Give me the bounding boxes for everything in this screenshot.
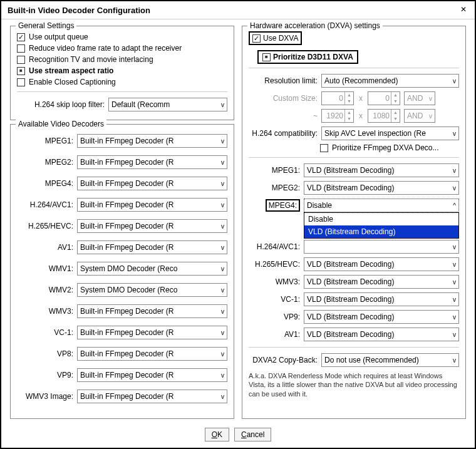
spinner-arrows-icon[interactable]: ▲▼ bbox=[391, 92, 400, 105]
codec-label: MPEG2: bbox=[17, 158, 73, 167]
divider bbox=[249, 68, 459, 68]
dxva-mpeg4-dropdown[interactable]: Disable ^ Disable VLD (Bitstream Decodin… bbox=[304, 199, 459, 212]
chevron-down-icon: v bbox=[221, 223, 224, 230]
codec-select[interactable]: Built-in FFmpeg Decoder (Rv bbox=[77, 177, 227, 190]
use-stream-aspect-row[interactable]: Use stream aspect ratio bbox=[17, 65, 227, 76]
codec-label: H.265/HEVC: bbox=[17, 222, 73, 230]
copyback-select[interactable]: Do not use (Recommended) v bbox=[321, 353, 459, 367]
codec-select[interactable]: VLD (Bitstream Decoding)v bbox=[304, 163, 459, 177]
custom-height-input[interactable]: 0 ▲▼ bbox=[368, 91, 400, 105]
codec-select[interactable]: VLD (Bitstream Decoding)v bbox=[304, 292, 459, 306]
codec-select[interactable]: Built-in FFmpeg Decoder (Rv bbox=[77, 368, 227, 382]
checkbox-filled-icon[interactable] bbox=[17, 67, 25, 75]
codec-value: Built-in FFmpeg Decoder (R bbox=[80, 200, 219, 209]
codec-select[interactable]: Built-in FFmpeg Decoder (Rv bbox=[77, 390, 227, 403]
spinner-arrows-icon[interactable]: ▲▼ bbox=[391, 110, 400, 122]
checkbox-empty-icon[interactable] bbox=[320, 144, 328, 152]
dxva-settings-group: Hardware acceleration (DXVA) settings Us… bbox=[242, 26, 466, 419]
skip-loop-select[interactable]: Default (Recomm v bbox=[108, 98, 227, 111]
codec-row: WMV3:VLD (Bitstream Decoding)v bbox=[249, 273, 459, 291]
codec-select[interactable]: Built-in FFmpeg Decoder (Rv bbox=[77, 240, 227, 254]
max-height-input[interactable]: 1080 ▲▼ bbox=[368, 109, 400, 123]
ok-button[interactable]: OK bbox=[205, 428, 229, 441]
codec-row: VC-1:Built-in FFmpeg Decoder (Rv bbox=[17, 324, 227, 341]
use-output-queue-row[interactable]: Use output queue bbox=[17, 31, 227, 43]
codec-select[interactable]: System DMO Decoder (Recov bbox=[77, 283, 227, 297]
max-height-value: 1080 bbox=[368, 111, 391, 120]
codec-select[interactable]: VLD (Bitstream Decoding)v bbox=[304, 275, 459, 289]
custom-width-input[interactable]: 0 ▲▼ bbox=[321, 91, 354, 105]
codec-select[interactable]: v bbox=[304, 240, 459, 254]
chevron-down-icon: v bbox=[221, 202, 224, 209]
divider bbox=[249, 347, 459, 348]
dxva-codec-list-top: MPEG1:VLD (Bitstream Decoding)vMPEG2:VLD… bbox=[249, 162, 459, 197]
chevron-down-icon: v bbox=[221, 159, 224, 166]
codec-label: MPEG1: bbox=[249, 166, 300, 175]
spinner-arrows-icon[interactable]: ▲▼ bbox=[344, 110, 353, 122]
codec-select[interactable]: Built-in FFmpeg Decoder (Rv bbox=[77, 219, 227, 233]
codec-label: AV1: bbox=[249, 330, 300, 339]
codec-row: VC-1:VLD (Bitstream Decoding)v bbox=[249, 291, 459, 308]
dxva-mpeg4-select[interactable]: Disable ^ bbox=[304, 199, 459, 212]
resolution-limit-select[interactable]: Auto (Recommended) v bbox=[321, 74, 459, 88]
codec-select[interactable]: Built-in FFmpeg Decoder (Rv bbox=[77, 347, 227, 361]
codec-select[interactable]: VLD (Bitstream Decoding)v bbox=[304, 310, 459, 324]
checkbox-empty-icon[interactable] bbox=[17, 78, 25, 86]
checkbox-empty-icon[interactable] bbox=[17, 44, 25, 53]
codec-value: Built-in FFmpeg Decoder (R bbox=[80, 222, 219, 230]
prioritize-ffmpeg-row[interactable]: Prioritize FFmpeg DXVA Deco... bbox=[249, 142, 459, 153]
codec-value: VLD (Bitstream Decoding) bbox=[307, 277, 450, 286]
h264-compat-label: H.264 compatibility: bbox=[249, 129, 318, 138]
codec-value: Built-in FFmpeg Decoder (R bbox=[80, 243, 219, 252]
divider bbox=[249, 157, 459, 158]
custom-op-select[interactable]: AND v bbox=[404, 91, 435, 105]
close-icon[interactable]: ✕ bbox=[458, 5, 468, 15]
codec-select[interactable]: VLD (Bitstream Decoding)v bbox=[304, 257, 459, 271]
dxva-legend: Hardware acceleration (DXVA) settings bbox=[247, 21, 383, 30]
max-width-input[interactable]: 1920 ▲▼ bbox=[321, 109, 354, 123]
checkbox-filled-icon[interactable] bbox=[262, 53, 271, 61]
use-dxva-highlight: Use DXVA bbox=[249, 31, 302, 45]
reduce-frame-rate-row[interactable]: Reduce video frame rate to adapt the rec… bbox=[17, 43, 227, 54]
window-title: Built-in Video Decoder Configuration bbox=[8, 6, 150, 15]
custom-width-value: 0 bbox=[322, 94, 344, 103]
custom-size-inputs: 0 ▲▼ x 0 ▲▼ AND v bbox=[321, 91, 435, 105]
enable-cc-label: Enable Closed Captioning bbox=[29, 78, 116, 86]
h264-compat-value: Skip AVC Level inspection (Re bbox=[324, 129, 450, 138]
chevron-down-icon: v bbox=[453, 261, 456, 268]
resolution-limit-row: Resolution limit: Auto (Recommended) v bbox=[249, 72, 459, 90]
codec-label: VP9: bbox=[17, 371, 73, 379]
codec-row: H.265/HEVC:VLD (Bitstream Decoding)v bbox=[249, 255, 459, 273]
dxva-mpeg4-label-boxed: MPEG4: bbox=[249, 201, 300, 210]
codec-select[interactable]: VLD (Bitstream Decoding)v bbox=[304, 181, 459, 195]
max-op-value: AND bbox=[407, 111, 427, 120]
checkbox-checked-icon[interactable] bbox=[252, 34, 261, 43]
codec-label: H.265/HEVC: bbox=[249, 260, 300, 269]
enable-cc-row[interactable]: Enable Closed Captioning bbox=[17, 76, 227, 88]
dropdown-option-disable[interactable]: Disable bbox=[304, 213, 458, 225]
max-op-select[interactable]: AND v bbox=[404, 109, 435, 123]
codec-value: Built-in FFmpeg Decoder (R bbox=[80, 349, 219, 358]
codec-select[interactable]: VLD (Bitstream Decoding)v bbox=[304, 328, 459, 341]
codec-select[interactable]: Built-in FFmpeg Decoder (Rv bbox=[77, 134, 227, 148]
h264-compat-select[interactable]: Skip AVC Level inspection (Re v bbox=[321, 126, 459, 140]
codec-label: H.264/AVC1: bbox=[249, 242, 300, 251]
chevron-down-icon: v bbox=[221, 351, 224, 358]
codec-label: H.264/AVC1: bbox=[17, 200, 73, 209]
codec-select[interactable]: Built-in FFmpeg Decoder (Rv bbox=[77, 326, 227, 339]
cancel-button[interactable]: Cancel bbox=[234, 428, 271, 441]
codec-label: MPEG1: bbox=[17, 137, 73, 145]
checkbox-empty-icon[interactable] bbox=[17, 56, 25, 64]
recognition-tv-row[interactable]: Recognition TV and movie interlacing bbox=[17, 54, 227, 65]
spinner-arrows-icon[interactable]: ▲▼ bbox=[344, 92, 353, 105]
h264-compat-row: H.264 compatibility: Skip AVC Level insp… bbox=[249, 125, 459, 142]
chevron-down-icon: v bbox=[453, 78, 456, 85]
dropdown-option-vld[interactable]: VLD (Bitstream Decoding) bbox=[304, 225, 458, 238]
codec-select[interactable]: Built-in FFmpeg Decoder (Rv bbox=[77, 155, 227, 169]
codec-select[interactable]: System DMO Decoder (Recov bbox=[77, 262, 227, 276]
checkbox-checked-icon[interactable] bbox=[17, 33, 25, 41]
custom-op-value: AND bbox=[407, 94, 427, 103]
codec-select[interactable]: Built-in FFmpeg Decoder (Rv bbox=[77, 304, 227, 318]
codec-select[interactable]: Built-in FFmpeg Decoder (Rv bbox=[77, 198, 227, 212]
prioritize-d3d11-label: Prioritize D3D11 DXVA bbox=[273, 53, 353, 61]
